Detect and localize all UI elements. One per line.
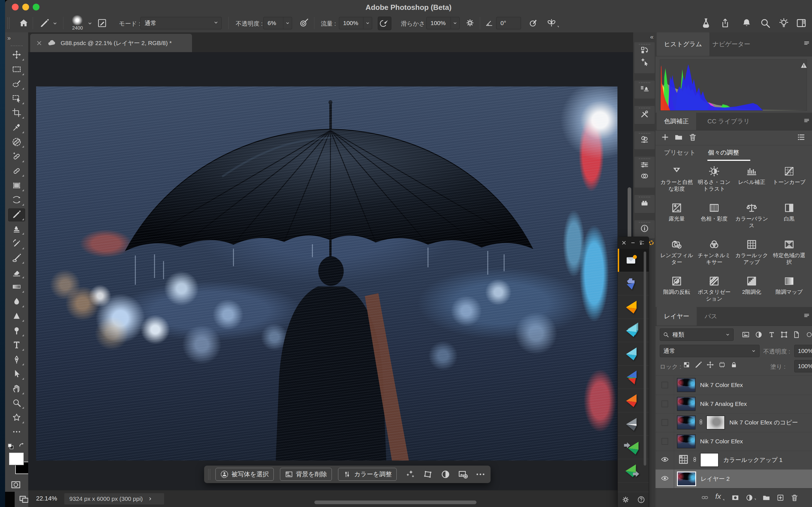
adjustment-photo-filter[interactable]: レンズフィルター <box>659 238 695 266</box>
canvas-horizontal-scrollbar[interactable] <box>314 501 476 504</box>
dock-gripper[interactable] <box>639 44 650 45</box>
panel-icon-sliders[interactable] <box>635 160 655 171</box>
adjustment-exposure[interactable]: 露光量 <box>659 202 695 222</box>
layer-name[interactable]: Nik 7 Color Efex のコピー <box>729 418 798 427</box>
zoom-level[interactable]: 22.14% <box>36 495 57 502</box>
adjustment-brightness-contrast[interactable]: 明るさ・コントラスト <box>696 165 732 192</box>
layer-visibility-toggle[interactable] <box>656 451 674 469</box>
tool-crop[interactable] <box>8 107 25 120</box>
transform-icon[interactable] <box>423 469 434 480</box>
tool-eyedropper[interactable] <box>8 121 25 134</box>
dock-gripper[interactable] <box>639 133 650 134</box>
chevron-down-icon[interactable] <box>363 17 372 29</box>
close-icon[interactable] <box>621 240 627 245</box>
adjustment-channel-mixer[interactable]: チャンネルミキサー <box>696 238 732 266</box>
contrast-adjustment-icon[interactable] <box>440 469 451 480</box>
generative-sparkle-icon[interactable] <box>405 469 416 480</box>
new-layer-icon[interactable] <box>776 494 784 502</box>
filter-type-layers-icon[interactable] <box>767 330 776 339</box>
tool-spot-healing-brush[interactable] <box>8 151 25 163</box>
chevron-down-icon[interactable] <box>451 17 459 29</box>
chevron-down-icon[interactable] <box>283 17 292 29</box>
filter-smart-object-layers-icon[interactable] <box>792 330 801 339</box>
tool-patch[interactable] <box>8 179 25 192</box>
filter-image-layers-icon[interactable] <box>742 330 750 339</box>
dock-gripper[interactable] <box>639 196 650 198</box>
adjust-color-button[interactable]: カラーを調整 <box>338 468 397 481</box>
subtab-presets[interactable]: プリセット <box>664 149 696 157</box>
layer-name[interactable]: Nik 7 Analog Efex <box>700 400 747 407</box>
filter-shape-layers-icon[interactable] <box>780 330 788 339</box>
tab-adjustments[interactable]: 色調補正 <box>657 113 696 130</box>
toolbar-overflow-chevrons-icon[interactable]: » <box>7 35 10 42</box>
subtab-single-adjustments[interactable]: 個々の調整 <box>708 149 739 157</box>
tool-blur[interactable] <box>8 295 25 308</box>
tool-edit-toolbar[interactable] <box>8 426 25 439</box>
layer-fill-field[interactable]: 100% <box>794 360 812 372</box>
tab-navigator[interactable]: ナビゲーター <box>705 33 758 56</box>
opacity-field[interactable]: 6% <box>263 17 292 29</box>
panel-icon-circles[interactable] <box>635 171 655 182</box>
title-bar[interactable]: Adobe Photoshop (Beta) <box>5 0 812 14</box>
add-adjustment-icon[interactable] <box>661 133 670 142</box>
tool-dodge[interactable] <box>8 325 25 337</box>
panel-icon-plugins-brick[interactable] <box>635 198 655 209</box>
lock-all-icon[interactable] <box>730 361 738 369</box>
angle-field[interactable]: 0° <box>496 17 521 29</box>
layer-visibility-toggle[interactable] <box>656 413 674 432</box>
tool-gradient[interactable] <box>8 281 25 294</box>
tool-mixer-brush[interactable] <box>8 252 25 265</box>
expand-panels-chevrons-icon[interactable]: « <box>650 34 653 41</box>
tool-zoom[interactable] <box>8 397 25 410</box>
tool-selection-brush[interactable] <box>8 78 25 91</box>
tool-content-aware-move[interactable] <box>8 194 25 207</box>
pressure-opacity-icon[interactable] <box>299 18 309 28</box>
layer-styles-fx-icon[interactable]: fx <box>715 492 721 501</box>
tool-healing-brush[interactable] <box>8 165 25 178</box>
adjustment-selective-color[interactable]: 特定色域の選択 <box>771 238 807 266</box>
adjustment-posterize[interactable]: ポスタリゼーション <box>696 275 732 302</box>
layer-mask-thumbnail[interactable] <box>706 415 725 430</box>
panel-icon-clone-source[interactable] <box>635 83 655 95</box>
tool-history-brush[interactable] <box>8 237 25 250</box>
panel-menu-icon[interactable] <box>803 312 810 320</box>
mask-link-icon[interactable] <box>698 418 704 427</box>
tool-move[interactable] <box>8 49 25 62</box>
lock-image-pixels-icon[interactable] <box>695 361 702 369</box>
filter-more-icon[interactable] <box>805 330 812 339</box>
default-colors-icon[interactable] <box>7 443 15 451</box>
tool-sharpen[interactable] <box>8 310 25 323</box>
tool-path-select[interactable] <box>8 368 25 381</box>
layer-row[interactable]: レイヤー 2 <box>656 469 812 489</box>
adjustment-invert[interactable]: 階調の反転 <box>659 275 695 295</box>
contextual-task-bar[interactable]: 被写体を選択 背景を削除 カラーを調整 <box>204 466 491 483</box>
tab-cc-libraries[interactable]: CC ライブラリ <box>700 113 757 130</box>
layer-visibility-toggle[interactable] <box>656 432 674 451</box>
dock-gripper[interactable] <box>639 108 650 108</box>
adjustment-color-balance[interactable]: カラーバランス <box>734 202 769 229</box>
layer-row[interactable]: Nik 7 Color Efex <box>656 376 812 395</box>
adjustment-color-lookup[interactable]: カラールックアップ <box>734 238 769 266</box>
layer-row[interactable]: カラールックアップ 1 <box>656 451 812 470</box>
tool-preset-chevron-icon[interactable] <box>52 20 58 26</box>
panel-icon-toolkit[interactable] <box>635 109 655 120</box>
pressure-size-icon[interactable] <box>528 18 539 28</box>
layer-opacity-field[interactable]: 100% <box>794 345 812 357</box>
dock-gripper[interactable] <box>639 222 650 223</box>
layer-thumbnail[interactable] <box>677 471 696 486</box>
airbrush-toggle[interactable] <box>378 17 391 30</box>
canvas-vertical-scrollbar[interactable] <box>627 187 631 239</box>
tool-eraser[interactable] <box>8 267 25 279</box>
smoothing-field[interactable]: 100% <box>426 17 460 29</box>
delete-adjustment-trash-icon[interactable] <box>688 133 697 142</box>
chevron-right-icon[interactable] <box>147 496 153 502</box>
layer-name[interactable]: Nik 7 Color Efex <box>700 438 743 445</box>
quick-mask-icon[interactable] <box>10 479 21 490</box>
new-adjustment-layer-icon[interactable] <box>745 494 754 502</box>
adjustment-vibrance[interactable]: カラーと自然な彩度 <box>659 165 695 192</box>
panel-icon-info[interactable] <box>635 223 655 235</box>
options-gripper[interactable] <box>7 17 10 29</box>
dock-gripper[interactable] <box>639 82 650 83</box>
more-options-icon[interactable] <box>475 469 486 480</box>
swap-colors-icon[interactable] <box>17 441 27 450</box>
